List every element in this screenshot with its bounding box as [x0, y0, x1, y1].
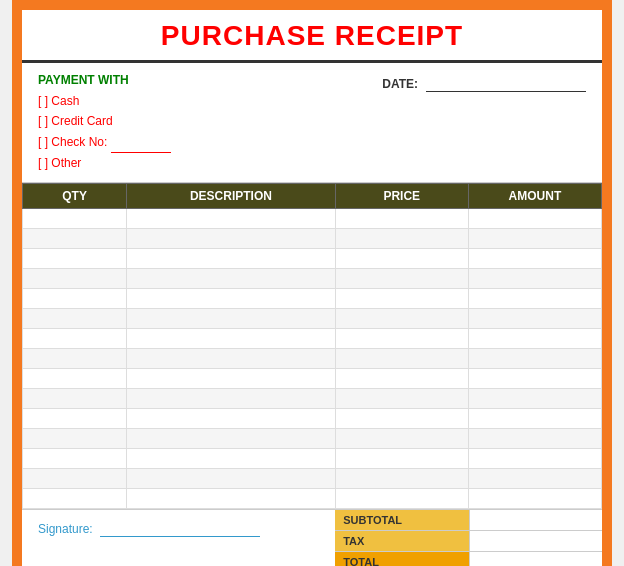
table-row [23, 328, 602, 348]
items-table: QTY DESCRIPTION PRICE AMOUNT [22, 183, 602, 509]
payment-section: PAYMENT WITH [ ] Cash [ ] Credit Card [ … [22, 63, 602, 183]
table-row [23, 368, 602, 388]
receipt-container: PURCHASE RECEIPT PAYMENT WITH [ ] Cash [… [12, 0, 612, 566]
payment-right: DATE: [382, 73, 586, 174]
table-row [23, 448, 602, 468]
date-value[interactable] [426, 77, 586, 92]
subtotal-value[interactable] [469, 510, 602, 530]
summary-section: Signature: SUBTOTAL TAX TOTAL [22, 509, 602, 566]
table-header-row: QTY DESCRIPTION PRICE AMOUNT [23, 183, 602, 208]
receipt-inner: PURCHASE RECEIPT PAYMENT WITH [ ] Cash [… [22, 10, 602, 566]
payment-left: PAYMENT WITH [ ] Cash [ ] Credit Card [ … [38, 73, 382, 174]
date-label: DATE: [382, 77, 418, 91]
subtotal-label: SUBTOTAL [335, 510, 468, 530]
table-row [23, 408, 602, 428]
receipt-title: PURCHASE RECEIPT [22, 10, 602, 63]
header-description: DESCRIPTION [127, 183, 335, 208]
signature-label: Signature: [38, 522, 260, 537]
table-row [23, 268, 602, 288]
subtotal-row: SUBTOTAL [335, 510, 602, 531]
table-row [23, 288, 602, 308]
table-row [23, 208, 602, 228]
table-row [23, 308, 602, 328]
payment-option-check: [ ] Check No: [38, 132, 382, 153]
total-row: TOTAL [335, 552, 602, 566]
table-row [23, 388, 602, 408]
total-value[interactable] [469, 552, 602, 566]
payment-option-cash: [ ] Cash [38, 91, 382, 111]
payment-label: PAYMENT WITH [38, 73, 382, 87]
tax-label: TAX [335, 531, 468, 551]
payment-option-credit: [ ] Credit Card [38, 111, 382, 131]
table-row [23, 248, 602, 268]
total-label: TOTAL [335, 552, 468, 566]
table-row [23, 348, 602, 368]
payment-option-other: [ ] Other [38, 153, 382, 173]
table-row [23, 228, 602, 248]
header-price: PRICE [335, 183, 468, 208]
table-row [23, 428, 602, 448]
table-row [23, 468, 602, 488]
header-amount: AMOUNT [468, 183, 601, 208]
header-qty: QTY [23, 183, 127, 208]
totals-area: SUBTOTAL TAX TOTAL [335, 510, 602, 566]
signature-line[interactable] [100, 522, 260, 537]
signature-area: Signature: [22, 510, 335, 566]
tax-row: TAX [335, 531, 602, 552]
tax-value[interactable] [469, 531, 602, 551]
table-row [23, 488, 602, 508]
